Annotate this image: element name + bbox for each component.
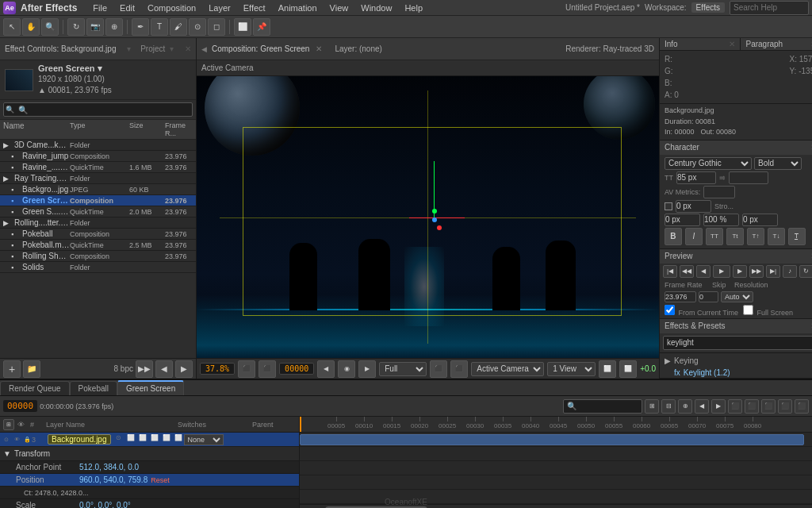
- tab-pokeball[interactable]: Pokeball: [70, 381, 117, 395]
- prev-back-btn[interactable]: ◀◀: [680, 265, 694, 278]
- tl-btn1[interactable]: ⊞: [645, 399, 659, 414]
- viewer-btn5[interactable]: ▶: [358, 360, 376, 378]
- switch1[interactable]: ⊙: [113, 434, 124, 445]
- file-item-background[interactable]: ▪ Backgro...jpg JPEG 60 KB: [0, 184, 196, 195]
- select-tool[interactable]: ↖: [3, 18, 21, 36]
- switch2[interactable]: ⬜: [125, 434, 136, 445]
- fill-input[interactable]: [665, 214, 700, 226]
- from-current-label[interactable]: From Current Time: [665, 305, 738, 317]
- eraser-tool[interactable]: ◻: [208, 18, 225, 36]
- comp-close[interactable]: ✕: [316, 44, 322, 53]
- viewer-btn8[interactable]: ⬜: [599, 360, 616, 378]
- tl-btn4[interactable]: ◀: [695, 399, 709, 414]
- from-current-check[interactable]: [665, 305, 675, 315]
- bold-btn[interactable]: B: [665, 228, 682, 245]
- prev-first-btn[interactable]: |◀: [663, 265, 677, 278]
- transform-header[interactable]: ▼ Transform: [0, 447, 299, 461]
- prev-fwd-frame-btn[interactable]: ▶: [733, 265, 747, 278]
- tracking-input[interactable]: [729, 171, 768, 184]
- menu-file[interactable]: File: [86, 0, 113, 16]
- solo-icon[interactable]: ⊙: [2, 435, 11, 444]
- zoom-tool[interactable]: 🔍: [41, 18, 59, 36]
- layer-name-box[interactable]: Background.jpg: [48, 434, 111, 444]
- tl-btn3[interactable]: ⊕: [678, 399, 692, 414]
- viewer-btn3[interactable]: ◀: [317, 360, 335, 378]
- tab-render-queue[interactable]: Render Queue: [0, 381, 70, 395]
- menu-help[interactable]: Help: [398, 0, 429, 16]
- style-select[interactable]: Bold: [754, 157, 802, 170]
- prev-play-btn[interactable]: ▶: [713, 265, 730, 278]
- tab-green-screen[interactable]: Green Screen: [117, 380, 184, 395]
- menu-effect[interactable]: Effect: [237, 0, 272, 16]
- view-select[interactable]: 1 View2 Views: [547, 362, 596, 376]
- file-item-raytracing[interactable]: ▶ Ray Tracing.aep Folder: [0, 173, 196, 184]
- caps-btn[interactable]: TT: [706, 228, 723, 245]
- playhead[interactable]: [300, 417, 301, 432]
- brush-tool[interactable]: 🖌: [170, 18, 187, 36]
- sub-btn[interactable]: T↓: [768, 228, 785, 245]
- effect-category-keying[interactable]: ▶ Keying: [660, 355, 812, 367]
- timeline-search-input[interactable]: [563, 399, 642, 414]
- eye-icon[interactable]: 👁: [12, 435, 21, 444]
- font-select[interactable]: Century Gothic: [665, 157, 752, 170]
- hand-tool[interactable]: ✋: [22, 18, 40, 36]
- tl-btn2[interactable]: ⊟: [661, 399, 676, 414]
- file-item-greens-mov[interactable]: ▪ Green S....mov QuickTime 2.0 MB 23.976: [0, 206, 196, 217]
- prev-fwd-btn[interactable]: ▶▶: [749, 265, 764, 278]
- shape-tool[interactable]: ⬜: [234, 18, 251, 36]
- switch6[interactable]: ⬜: [173, 434, 184, 445]
- reset-btn[interactable]: Reset: [151, 476, 170, 484]
- folder-btn[interactable]: 📁: [23, 360, 40, 378]
- pen-tool[interactable]: ✒: [132, 18, 149, 36]
- menu-layer[interactable]: Layer: [202, 0, 237, 16]
- file-item-rolling[interactable]: ▶ Rolling....tter.aep Folder: [0, 217, 196, 229]
- skip-input[interactable]: [699, 291, 718, 302]
- file-item-greenscreen[interactable]: ▪ Green Screen Composition 23.976: [0, 195, 196, 206]
- zoom-display[interactable]: 37.8%: [200, 363, 235, 375]
- info-close[interactable]: ✕: [729, 40, 735, 48]
- viewer-btn4[interactable]: ◉: [338, 360, 355, 378]
- res-select[interactable]: AutoFullHalf: [721, 291, 753, 302]
- tl-btn10[interactable]: ⬛: [795, 399, 809, 414]
- stamp-tool[interactable]: ⊙: [189, 18, 206, 36]
- layer-col-btn[interactable]: ⊞: [3, 419, 14, 430]
- file-item-solids[interactable]: ▪ Solids Folder: [0, 262, 196, 273]
- search-help-input[interactable]: [730, 1, 809, 15]
- prev-last-btn[interactable]: ▶|: [766, 265, 780, 278]
- pan-tool[interactable]: ⊕: [105, 18, 123, 36]
- new-item-btn[interactable]: +: [3, 360, 21, 378]
- switch5[interactable]: ⬜: [161, 434, 172, 445]
- file-item-ravine-mov[interactable]: ▪ Ravine_....mov QuickTime 1.6 MB 23.976: [0, 162, 196, 173]
- menu-window[interactable]: Window: [354, 0, 398, 16]
- quality-select[interactable]: FullHalfQuarterAuto: [379, 362, 427, 376]
- small-caps-btn[interactable]: Tt: [726, 228, 744, 245]
- file-item-3dcam[interactable]: ▶ 3D Came...ker.aep Folder: [0, 140, 196, 151]
- file-item-ravine-jump[interactable]: ▪ Ravine_jump Composition 23.976: [0, 151, 196, 162]
- prop-scale[interactable]: Scale 0.0°, 0.0°, 0.0°: [0, 499, 299, 508]
- pin-tool[interactable]: 📌: [253, 18, 270, 36]
- effect-keylight[interactable]: fx Keylight (1.2): [660, 367, 812, 379]
- effects-search-input[interactable]: [663, 336, 812, 350]
- stroke-input[interactable]: [676, 200, 711, 213]
- viewer-btn7[interactable]: ⬛: [450, 360, 468, 378]
- menu-animation[interactable]: Animation: [272, 0, 324, 16]
- camera-select[interactable]: Active Camera: [471, 362, 544, 376]
- tl-btn9[interactable]: ⬛: [778, 399, 792, 414]
- stroke-swatch[interactable]: [665, 202, 672, 210]
- text-tool[interactable]: T: [151, 18, 168, 36]
- fill-pct-input[interactable]: [703, 214, 739, 226]
- file-item-pokeball[interactable]: ▪ Pokeball Composition 23.976: [0, 229, 196, 240]
- full-screen-check[interactable]: [743, 305, 753, 315]
- prop-position[interactable]: Position 960.0, 540.0, 759.8 Reset: [0, 474, 299, 487]
- project-search-input[interactable]: [3, 102, 193, 117]
- viewer-timecode[interactable]: 00000: [279, 363, 314, 375]
- line-btn[interactable]: T̲: [788, 228, 806, 245]
- viewer-btn2[interactable]: ⬛: [259, 360, 276, 378]
- scale-value[interactable]: 0.0°, 0.0°, 0.0°: [79, 501, 131, 508]
- menu-edit[interactable]: Edit: [113, 0, 141, 16]
- position-value[interactable]: 960.0, 540.0, 759.8: [79, 475, 147, 484]
- parent-select[interactable]: None: [184, 434, 224, 445]
- prev-audio-btn[interactable]: ♪: [783, 265, 797, 278]
- workspace-value[interactable]: Effects: [691, 2, 725, 13]
- menu-view[interactable]: View: [324, 0, 355, 16]
